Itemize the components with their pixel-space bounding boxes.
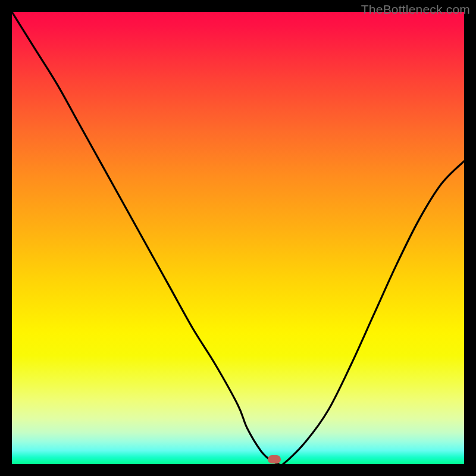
optimal-marker [268,455,281,464]
plot-area [12,12,464,464]
bottleneck-curve [12,12,464,464]
watermark-text: TheBottleneck.com [361,2,470,17]
chart-frame: TheBottleneck.com [0,0,476,476]
